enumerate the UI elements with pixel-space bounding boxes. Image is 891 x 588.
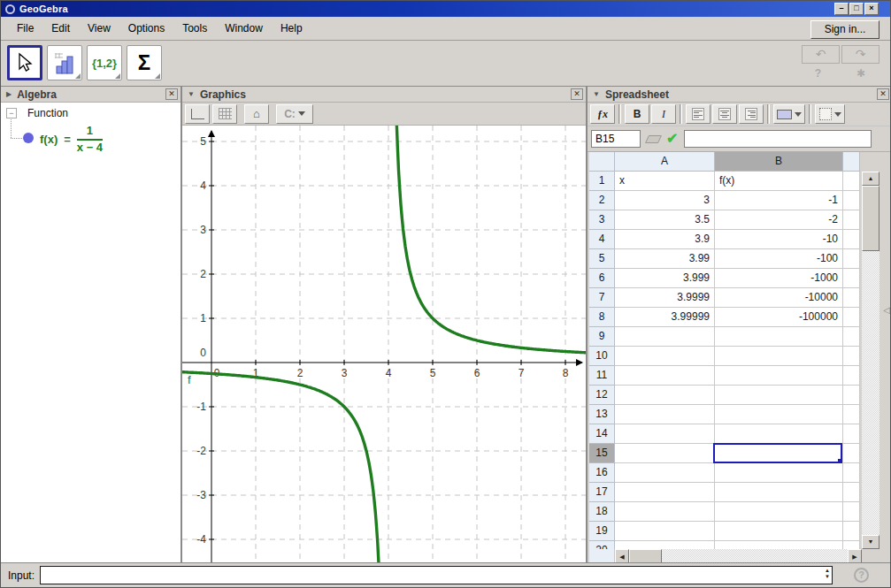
row-header-12[interactable]: 12: [589, 386, 615, 405]
cell-B12[interactable]: [715, 386, 843, 405]
menu-item-help[interactable]: Help: [272, 18, 311, 39]
row-header-4[interactable]: 4: [589, 230, 615, 249]
cell-B13[interactable]: [715, 405, 843, 424]
scroll-up-icon[interactable]: ▲: [862, 172, 879, 186]
scroll-thumb[interactable]: [862, 186, 879, 251]
show-grid-button[interactable]: [212, 104, 237, 124]
col-header-A[interactable]: A: [615, 152, 715, 172]
function-curve[interactable]: [182, 126, 586, 564]
cell-A8[interactable]: 3.99999: [615, 308, 715, 327]
row-header-18[interactable]: 18: [589, 502, 615, 522]
fill-handle[interactable]: [838, 459, 842, 463]
histogram-tool-button[interactable]: [47, 45, 82, 80]
cell-B17[interactable]: [715, 483, 843, 502]
cell-reference-input[interactable]: [591, 130, 641, 148]
close-button[interactable]: ×: [864, 3, 879, 15]
algebra-close-icon[interactable]: ✕: [165, 88, 178, 100]
menu-item-edit[interactable]: Edit: [42, 18, 79, 39]
cell-B19[interactable]: [715, 522, 843, 541]
spreadsheet-panel-header[interactable]: ▼ Spreadsheet ✕: [588, 87, 891, 103]
show-axes-button[interactable]: [185, 104, 210, 124]
function-definition[interactable]: f(x) = 1 x − 4: [40, 125, 103, 155]
spreadsheet-grid[interactable]: AB1xf(x)23-133.5-243.9-1053.99-10063.999…: [589, 152, 860, 549]
row-header-14[interactable]: 14: [589, 424, 615, 444]
cell-A7[interactable]: 3.9999: [615, 288, 715, 308]
cell-A10[interactable]: [615, 347, 715, 366]
cell-A9[interactable]: [615, 327, 715, 347]
cell-A11[interactable]: [615, 366, 715, 386]
row-header-10[interactable]: 10: [589, 347, 615, 366]
home-view-button[interactable]: ⌂: [244, 104, 269, 124]
align-center-button[interactable]: [712, 104, 737, 124]
bold-button[interactable]: B: [625, 104, 649, 124]
settings-gear-icon[interactable]: ✱: [856, 67, 865, 80]
scroll-down-icon[interactable]: ▼: [862, 535, 879, 549]
row-header-20[interactable]: 20: [589, 541, 615, 549]
cell-B8[interactable]: -100000: [715, 308, 843, 327]
cell-A6[interactable]: 3.999: [615, 269, 715, 288]
move-tool-button[interactable]: [7, 45, 42, 80]
sign-in-button[interactable]: Sign in...: [810, 20, 879, 39]
cell-A15[interactable]: [615, 444, 715, 463]
cell-A16[interactable]: [615, 463, 715, 483]
row-header-19[interactable]: 19: [589, 522, 615, 541]
cell-B20[interactable]: [715, 541, 843, 549]
maximize-button[interactable]: □: [849, 3, 864, 15]
menu-item-file[interactable]: File: [8, 18, 42, 39]
row-header-15[interactable]: 15: [589, 444, 615, 463]
cell-A13[interactable]: [615, 405, 715, 424]
check-icon[interactable]: ✔: [666, 132, 678, 146]
row-header-5[interactable]: 5: [589, 249, 615, 269]
cell-B9[interactable]: [715, 327, 843, 347]
cell-A3[interactable]: 3.5: [615, 210, 715, 230]
cell-A20[interactable]: [615, 541, 715, 549]
row-header-16[interactable]: 16: [589, 463, 615, 483]
tool-dropdown-icon[interactable]: [75, 73, 81, 79]
cell-B11[interactable]: [715, 366, 843, 386]
cell-B5[interactable]: -100: [715, 249, 843, 269]
spreadsheet-close-icon[interactable]: ✕: [877, 88, 889, 100]
graphics-close-icon[interactable]: ✕: [571, 88, 583, 100]
cell-A5[interactable]: 3.99: [615, 249, 715, 269]
row-header-2[interactable]: 2: [589, 191, 615, 210]
algebra-panel-header[interactable]: ▶ Algebra ✕: [1, 87, 181, 103]
redo-button[interactable]: ↷: [841, 45, 879, 64]
eraser-icon[interactable]: [645, 135, 662, 143]
italic-button[interactable]: I: [651, 104, 676, 124]
formula-input[interactable]: [684, 130, 872, 148]
spinner-down-icon[interactable]: ▼: [825, 574, 830, 580]
panel-collapse-icon[interactable]: ◁: [883, 306, 890, 315]
menu-item-view[interactable]: View: [79, 18, 119, 39]
row-header-17[interactable]: 17: [589, 483, 615, 502]
command-input[interactable]: [40, 566, 833, 584]
row-header-8[interactable]: 8: [589, 308, 615, 327]
input-help-icon[interactable]: ?: [854, 568, 869, 583]
cell-B4[interactable]: -10: [715, 230, 843, 249]
cell-A17[interactable]: [615, 483, 715, 502]
cell-A2[interactable]: 3: [615, 191, 715, 210]
title-bar[interactable]: GeoGebra – □ ×: [1, 1, 890, 17]
input-history-spinner[interactable]: ▲ ▼: [825, 568, 830, 580]
cell-B14[interactable]: [715, 424, 843, 444]
cell-A4[interactable]: 3.9: [615, 230, 715, 249]
col-header-B[interactable]: B: [715, 152, 843, 172]
cell-B10[interactable]: [715, 347, 843, 366]
menu-item-window[interactable]: Window: [216, 18, 272, 39]
cell-B6[interactable]: -1000: [715, 269, 843, 288]
point-capturing-button[interactable]: C:: [276, 104, 313, 124]
cell-A14[interactable]: [615, 424, 715, 444]
graphics-panel-header[interactable]: ▼ Graphics ✕: [182, 87, 586, 103]
vertical-scrollbar[interactable]: ▲ ▼: [862, 172, 879, 549]
row-header-1[interactable]: 1: [589, 172, 615, 191]
menu-item-options[interactable]: Options: [119, 18, 173, 39]
cell-B7[interactable]: -10000: [715, 288, 843, 308]
chevron-right-icon[interactable]: ▶: [6, 90, 12, 98]
row-header-6[interactable]: 6: [589, 269, 615, 288]
cell-color-button[interactable]: [773, 104, 805, 124]
cell-A1[interactable]: x: [615, 172, 715, 191]
corner-header[interactable]: [589, 152, 615, 172]
cell-A12[interactable]: [615, 386, 715, 405]
tool-dropdown-icon[interactable]: [115, 73, 120, 79]
cell-B16[interactable]: [715, 463, 843, 483]
sum-tool-button[interactable]: Σ: [127, 45, 162, 80]
